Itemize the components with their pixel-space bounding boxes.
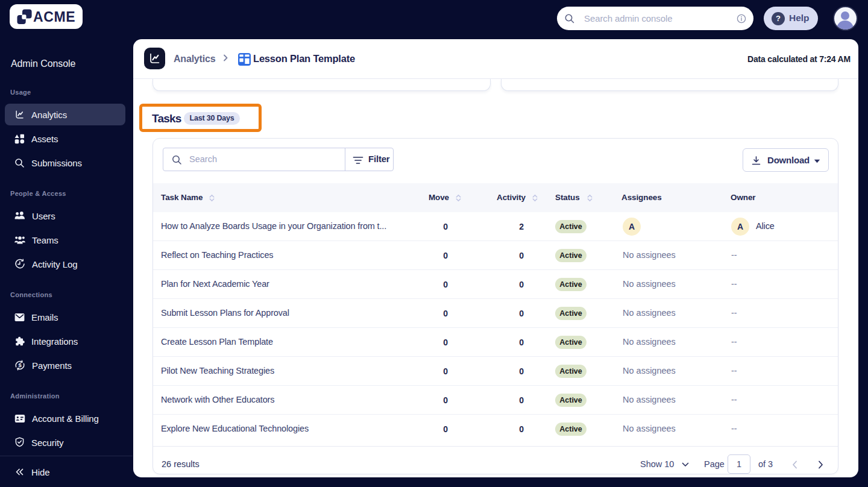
svg-text:$: $ — [18, 362, 22, 368]
